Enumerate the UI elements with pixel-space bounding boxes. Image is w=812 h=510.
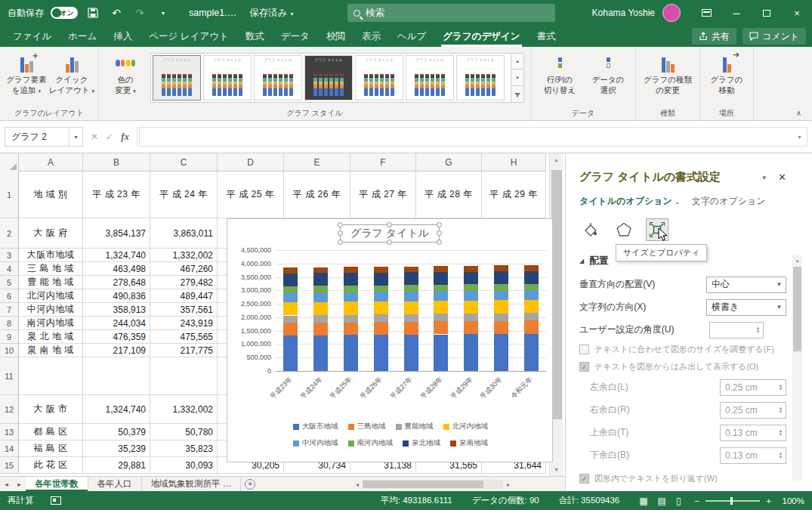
bar-segment[interactable] [494,271,508,284]
cell[interactable]: 35,239 [83,440,150,457]
row-header-8[interactable]: 8 [0,317,19,330]
cell[interactable]: 地 域 別 [19,172,83,218]
cell[interactable] [19,357,83,395]
cell[interactable]: 1,324,740 [83,395,150,424]
cell[interactable]: 豊 能 地 域 [19,276,83,289]
cell[interactable]: 1,332,002 [150,249,218,262]
new-sheet-button[interactable]: + [241,477,259,491]
legend-item[interactable]: 南河内地域 [348,438,394,448]
expand-formula-bar-icon[interactable]: ▾ [792,127,807,147]
bar-segment[interactable] [313,315,328,323]
column-header-H[interactable]: H [482,153,546,172]
bar-segment[interactable] [494,321,508,334]
legend-item[interactable]: 中河内地域 [293,438,338,448]
bar-segment[interactable] [283,274,298,286]
cell[interactable]: 平 成 27 年 [350,172,416,218]
bar-segment[interactable] [283,286,298,293]
bar-segment[interactable] [494,265,508,271]
cell[interactable]: 279,482 [150,276,218,289]
cell[interactable]: 476,359 [83,330,150,344]
tab-home[interactable]: ホーム [60,26,105,47]
row-header-7[interactable]: 7 [0,303,19,317]
bar-segment[interactable] [344,292,358,302]
bar-segment[interactable] [524,284,539,291]
zoom-out-icon[interactable]: − [695,496,700,505]
tab-format[interactable]: 書式 [529,26,564,47]
bar-segment[interactable] [434,272,448,285]
zoom-in-icon[interactable]: + [766,496,771,505]
quick-layout-button[interactable]: クイック レイアウト▾ [50,51,94,95]
custom-angle-input[interactable]: ▲▼ [709,322,764,338]
bar-segment[interactable] [374,273,388,286]
bar-segment[interactable] [404,285,418,292]
selection-handle[interactable] [338,230,343,236]
chart-title[interactable]: グラフ タイトル [340,224,440,243]
tab-text-options[interactable]: 文字のオプション [692,195,766,208]
bar-segment[interactable] [524,265,539,271]
cell[interactable]: 217,775 [150,344,218,357]
maximize-icon[interactable] [752,0,782,26]
bar-segment[interactable] [344,315,358,323]
calculation-mode[interactable]: 再計算 [8,495,34,506]
cell[interactable]: 平 成 29 年 [482,172,546,218]
bar-segment[interactable] [344,273,358,286]
count-stat[interactable]: データの個数: 90 [472,495,539,506]
cell[interactable]: 30,093 [150,457,218,474]
row-header-5[interactable]: 5 [0,276,19,289]
cell[interactable]: 35,823 [150,440,218,457]
user-avatar[interactable] [662,4,681,22]
document-title[interactable]: sample1.… [189,8,236,18]
cell[interactable]: 都 島 区 [19,424,83,440]
bar-segment[interactable] [344,323,358,335]
bar-segment[interactable] [404,292,418,301]
column-header-E[interactable]: E [284,153,350,172]
bar-segment[interactable] [374,301,388,314]
scroll-down-icon[interactable]: ▾ [550,463,563,476]
cell[interactable]: 平 成 28 年 [416,172,482,218]
sheet-nav-left-icon[interactable]: ◂ [0,477,13,491]
bar-segment[interactable] [434,266,448,272]
bar-segment[interactable] [313,286,328,292]
cell[interactable]: 490,836 [83,289,150,303]
legend-item[interactable]: 大阪市地域 [293,422,338,431]
tab-page-layout[interactable]: ページ レイアウト [140,26,237,47]
sum-stat[interactable]: 合計: 35509436 [559,495,620,506]
bar-segment[interactable] [464,314,478,321]
selection-handle[interactable] [387,240,392,245]
bar-segment[interactable] [524,313,539,320]
cell[interactable]: 平 成 23 年 [83,172,150,218]
switch-row-column-button[interactable]: 行/列の 切り替え [536,51,584,95]
chart-style-thumbnail[interactable]: グラフ タイトル [304,55,353,100]
cell[interactable]: 大 阪 府 [19,218,83,249]
bar-segment[interactable] [344,286,358,292]
bar-segment[interactable] [283,335,298,371]
sheet-tab-population[interactable]: 各年人口 [88,477,142,491]
row-header-11[interactable]: 11 [0,357,19,395]
bar-segment[interactable] [404,272,418,285]
effects-icon[interactable] [613,218,635,241]
bar-segment[interactable] [404,322,418,335]
bar-segment[interactable] [404,267,418,273]
ribbon-display-options-icon[interactable] [691,0,721,26]
bar-segment[interactable] [464,291,478,301]
pane-close-icon[interactable]: ✕ [778,172,786,183]
wrap-text-checkbox[interactable] [579,474,589,484]
bar-segment[interactable] [313,292,328,302]
close-icon[interactable]: × [782,0,812,26]
tab-view[interactable]: 表示 [354,26,389,47]
bar-segment[interactable] [434,335,448,371]
bar-segment[interactable] [464,266,478,272]
row-header-1[interactable]: 1 [0,172,19,218]
page-layout-view-icon[interactable]: ▤ [658,496,666,506]
normal-view-icon[interactable]: ▦ [639,496,647,506]
bar-segment[interactable] [464,284,478,291]
cell[interactable]: 357,561 [150,303,218,317]
undo-icon[interactable]: ↶ [108,5,125,21]
selection-handle[interactable] [437,230,442,236]
hscroll-right-icon[interactable]: ▸ [503,479,514,490]
row-header-9[interactable]: 9 [0,330,19,344]
chart-style-thumbnail[interactable]: グラフ タイトル [153,55,201,100]
selection-handle[interactable] [437,222,442,227]
row-header-12[interactable]: 12 [0,395,19,424]
pane-scroll-up-icon[interactable]: ▴ [792,255,802,265]
